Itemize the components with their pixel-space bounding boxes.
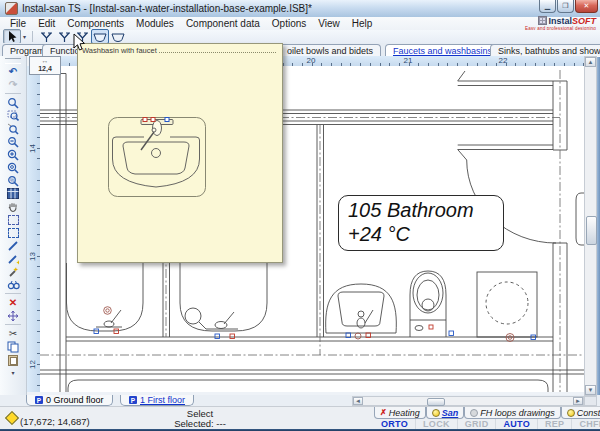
layer-tab-san[interactable]: San [426,407,465,419]
scrollbar-corner [584,396,597,406]
close-button[interactable]: ✕ [575,0,598,13]
select-tool-dropdown[interactable]: ▾ [21,30,28,43]
scroll-up-button[interactable]: ▲ [585,57,596,67]
menu-file[interactable]: File [4,18,32,29]
select-area-add-button[interactable] [3,226,23,239]
faucet-icon [58,31,71,43]
component-toolbar: ▾ [0,30,600,43]
svg-text:✦: ✦ [16,259,19,265]
faucet-tool-button-2[interactable] [55,29,73,44]
menu-options[interactable]: Options [266,18,312,29]
menu-components[interactable]: Components [61,18,130,29]
toggle-grid[interactable]: GRID [458,419,497,429]
menu-component-data[interactable]: Component data [180,18,266,29]
move-button[interactable] [3,309,23,322]
table-view-button[interactable] [3,187,23,200]
zoom-extents-button[interactable] [3,161,23,174]
zoom-out-button[interactable] [3,135,23,148]
title-bar[interactable]: Instal-san TS - [Instal-san-t-water-inst… [0,0,600,18]
dashed-rect-icon [8,215,19,225]
vertical-ruler: 14 13 12 [27,66,40,392]
toggle-lock[interactable]: LOCK [416,419,458,429]
menu-modules[interactable]: Modules [130,18,180,29]
zoom-drag-button[interactable] [3,122,23,135]
menu-view[interactable]: View [312,18,346,29]
vruler-label: 12 [28,358,37,371]
menu-help[interactable]: Help [346,18,379,29]
room-temperature: +24 °C [348,222,503,246]
edit-toolbar: ↶ ↷ % ✦ ✦ ✕ ✂ ▾ [0,56,27,395]
tooltip-title: Washbasin with faucet [82,46,157,55]
room-name: 105 Bathroom [348,198,503,222]
vscroll-thumb[interactable] [586,216,597,245]
delete-button[interactable]: ✕ [3,296,23,309]
tab-first-floor[interactable]: P 1 First floor [120,395,194,406]
floor-tab-row: P 0 Ground floor P 1 First floor ◄ ► [0,395,600,406]
bathtub-2[interactable] [180,263,267,331]
zoom-scale-button[interactable]: % [3,174,23,187]
toggle-auto[interactable]: AUTO [496,419,538,429]
washbasin-icon [93,31,107,43]
bulb-gray-icon [470,409,478,417]
hruler-label: 22 [499,56,508,65]
horizontal-scrollbar[interactable]: ◄ ► [352,396,584,406]
room-label[interactable]: 105 Bathroom +24 °C [338,195,504,251]
draw-auto-button[interactable]: ✦ [3,252,23,265]
hscroll-thumb[interactable] [427,398,445,406]
menu-edit[interactable]: Edit [32,18,61,29]
paste-button[interactable] [3,353,23,366]
toggle-chfr[interactable]: CHFR [572,419,600,429]
redo-button[interactable]: ↷ [3,78,23,91]
find-button[interactable] [3,278,23,291]
draw-line-button[interactable] [3,239,23,252]
scroll-down-button[interactable]: ▼ [585,385,596,395]
washbasin-with-faucet-button[interactable] [91,29,109,44]
ruler-origin-box: ↔ 12,4 [29,56,61,75]
undo-button[interactable]: ↶ [3,65,23,78]
select-area-button[interactable] [3,213,23,226]
toolbar-divider [5,293,21,294]
tab-toilet-bowls-and-bidets[interactable]: oilet bowls and bidets [279,44,381,56]
tab-sinks-bathtubs-showers[interactable]: Sinks, bathtubs and showers [490,44,600,56]
zoom-in-button[interactable] [3,148,23,161]
magic-wand-button[interactable]: ✦ [3,265,23,278]
layer-tab-construction[interactable]: Construction [561,407,600,419]
instalsoft-logo-icon [538,16,547,25]
svg-text:✦: ✦ [13,266,19,273]
mouse-cursor [72,33,85,52]
tab-faucets-and-washbasins[interactable]: Faucets and washbasins [385,44,500,56]
bathtub-1[interactable] [67,263,144,331]
menu-bar: File Edit Components Modules Component d… [0,17,600,30]
toolbar-grip[interactable] [5,58,21,64]
tab-ground-floor[interactable]: P 0 Ground floor [26,395,113,406]
scroll-left-button[interactable]: ◄ [353,397,363,405]
layer-tab-fh-loops[interactable]: FH loops drawings [464,407,561,419]
maximize-button[interactable]: ❐ [557,0,574,13]
toggle-orto[interactable]: ORTO [374,419,416,429]
bulb-icon [567,409,575,417]
washbasin-button[interactable] [109,29,127,44]
layer-tab-strip: ✗Heating San FH loops drawings Construct… [374,407,600,419]
vertical-scrollbar[interactable]: ▲ ▼ [584,56,597,396]
tooltip-dotted-rule [159,52,276,53]
zoom-window-button[interactable] [3,109,23,122]
select-tool-button[interactable] [3,29,21,44]
layer-tab-heating[interactable]: ✗Heating [374,407,426,419]
faucet-tool-button-1[interactable] [37,29,55,44]
toolbar-divider [5,324,21,325]
snap-diamond-icon [5,411,19,425]
hruler-label: 20 [307,56,316,65]
ruler-origin-icon: ↔ [30,57,60,65]
cut-button[interactable]: ✂ [3,327,23,340]
vruler-label: 13 [28,250,37,263]
status-selected: Selected: --- [130,418,270,429]
copy-button[interactable] [3,340,23,353]
scroll-right-button[interactable]: ► [573,397,583,405]
more-tools-arrow[interactable]: ▾ [3,366,23,379]
zoom-button[interactable] [3,96,23,109]
toggle-rep[interactable]: REP [538,419,572,429]
pan-button[interactable] [3,200,23,213]
minimize-button[interactable]: ▁ [539,0,556,13]
bulb-icon [432,409,440,417]
component-tooltip: Washbasin with faucet [77,43,283,263]
